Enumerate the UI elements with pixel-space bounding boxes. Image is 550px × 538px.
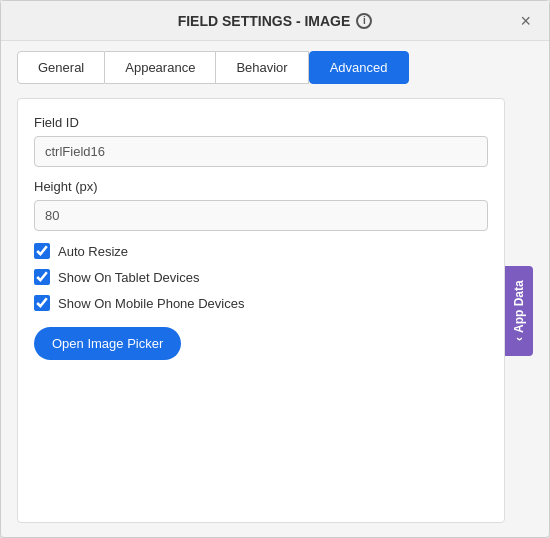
height-label: Height (px) [34,179,488,194]
auto-resize-checkbox-item[interactable]: Auto Resize [34,243,488,259]
app-data-label: App Data [512,280,526,333]
tab-general[interactable]: General [17,51,105,84]
show-tablet-label: Show On Tablet Devices [58,270,199,285]
show-mobile-checkbox-item[interactable]: Show On Mobile Phone Devices [34,295,488,311]
height-group: Height (px) [34,179,488,231]
field-id-input[interactable] [34,136,488,167]
modal-header: FIELD SETTINGS - IMAGE i × [1,1,549,41]
show-tablet-checkbox-item[interactable]: Show On Tablet Devices [34,269,488,285]
height-input[interactable] [34,200,488,231]
info-icon[interactable]: i [356,13,372,29]
content-area: Field ID Height (px) Auto Resize Show On… [17,98,505,523]
close-button[interactable]: × [514,10,537,32]
modal-title-text: FIELD SETTINGS - IMAGE [178,13,351,29]
tab-advanced[interactable]: Advanced [309,51,409,84]
modal-body: Field ID Height (px) Auto Resize Show On… [1,84,549,537]
open-image-picker-button[interactable]: Open Image Picker [34,327,181,360]
modal-title: FIELD SETTINGS - IMAGE i [178,13,373,29]
auto-resize-checkbox[interactable] [34,243,50,259]
tab-appearance[interactable]: Appearance [105,51,216,84]
field-id-group: Field ID [34,115,488,167]
show-mobile-checkbox[interactable] [34,295,50,311]
field-id-label: Field ID [34,115,488,130]
show-mobile-label: Show On Mobile Phone Devices [58,296,244,311]
field-settings-modal: FIELD SETTINGS - IMAGE i × General Appea… [0,0,550,538]
app-data-wrapper: ‹ App Data [505,98,533,523]
tabs-bar: General Appearance Behavior Advanced [1,41,549,84]
checkboxes-group: Auto Resize Show On Tablet Devices Show … [34,243,488,311]
app-data-tab[interactable]: ‹ App Data [505,266,533,356]
chevron-left-icon: ‹ [512,337,526,341]
auto-resize-label: Auto Resize [58,244,128,259]
show-tablet-checkbox[interactable] [34,269,50,285]
tab-behavior[interactable]: Behavior [216,51,308,84]
